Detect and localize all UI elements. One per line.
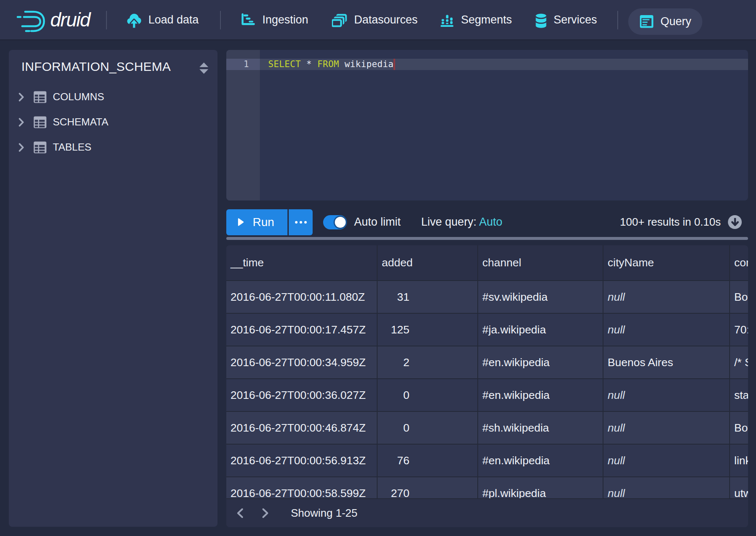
- cell-channel[interactable]: #en.wikipedia: [478, 346, 603, 379]
- nav-item-label: Services: [554, 13, 597, 26]
- query-console-icon: [640, 15, 653, 28]
- more-options-button[interactable]: [289, 209, 313, 235]
- cell-__time[interactable]: 2016-06-27T00:00:36.027Z: [226, 379, 378, 412]
- cell-cityName[interactable]: null: [603, 445, 730, 477]
- cell-__time[interactable]: 2016-06-27T00:00:17.457Z: [226, 314, 378, 346]
- nav-item-label: Query: [660, 15, 691, 28]
- cell-cityName[interactable]: null: [603, 314, 730, 346]
- cell-channel[interactable]: #ja.wikipedia: [478, 314, 603, 346]
- download-icon[interactable]: [728, 215, 742, 229]
- table-row: 2016-06-27T00:00:34.959Z2#en.wikipediaBu…: [226, 346, 748, 379]
- run-button[interactable]: Run: [226, 209, 287, 235]
- schema-sidebar: INFORMATION_SCHEMA COLUMNSSCHEMATATABLES: [9, 50, 217, 527]
- cell-added[interactable]: 2: [378, 346, 478, 379]
- schema-title: INFORMATION_SCHEMA: [21, 60, 171, 74]
- pagination-status: Showing 1-25: [291, 507, 357, 520]
- cell-comment[interactable]: stale links removed: [730, 379, 748, 412]
- query-editor[interactable]: 1 SELECT * FROM wikipedia: [226, 50, 748, 200]
- cell-cityName[interactable]: null: [603, 379, 730, 412]
- cell-added[interactable]: 76: [378, 445, 478, 477]
- cell-comment[interactable]: 70:44:163:11 moved page: [730, 314, 748, 346]
- tree-item-tables[interactable]: TABLES: [9, 135, 217, 160]
- auto-limit-toggle[interactable]: [323, 215, 347, 229]
- more-dot-icon: [295, 221, 298, 224]
- nav-item-segments[interactable]: Segments: [440, 0, 512, 39]
- code-token: *: [301, 59, 317, 69]
- results-body: 2016-06-27T00:00:11.080Z31#sv.wikipedian…: [226, 281, 748, 510]
- cell-channel[interactable]: #sv.wikipedia: [478, 281, 603, 314]
- column-header-comment[interactable]: comment: [730, 245, 748, 281]
- table-icon: [34, 116, 47, 128]
- nav-divider: [106, 11, 107, 29]
- cell-added[interactable]: 0: [378, 379, 478, 412]
- table-row: 2016-06-27T00:00:36.027Z0#en.wikipedianu…: [226, 379, 748, 412]
- prev-page-button[interactable]: [232, 505, 248, 521]
- double-caret-icon[interactable]: [199, 61, 209, 78]
- cell-__time[interactable]: 2016-06-27T00:00:34.959Z: [226, 346, 378, 379]
- nav-item-datasources[interactable]: Datasources: [332, 0, 418, 39]
- column-header-__time[interactable]: __time: [226, 245, 378, 281]
- play-icon: [238, 218, 244, 226]
- tree-item-label: TABLES: [53, 141, 91, 153]
- cell-added[interactable]: 125: [378, 314, 478, 346]
- next-page-button[interactable]: [257, 505, 273, 521]
- cell-__time[interactable]: 2016-06-27T00:00:56.913Z: [226, 445, 378, 477]
- panel-resize-handle[interactable]: [226, 237, 748, 240]
- database-icon: [536, 11, 546, 28]
- editor-code-line[interactable]: SELECT * FROM wikipedia: [268, 59, 394, 70]
- nav-item-query[interactable]: Query: [628, 8, 702, 35]
- brand-wordmark[interactable]: druid: [50, 0, 90, 39]
- gantt-chart-icon: [241, 11, 255, 28]
- schema-tree: COLUMNSSCHEMATATABLES: [9, 84, 217, 160]
- cell-channel[interactable]: #en.wikipedia: [478, 379, 603, 412]
- nav-item-label: Datasources: [354, 13, 418, 26]
- more-dot-icon: [300, 221, 302, 224]
- tree-item-label: SCHEMATA: [53, 116, 109, 128]
- live-query-value[interactable]: Auto: [479, 216, 502, 228]
- editor-cursor: [394, 59, 395, 70]
- column-header-channel[interactable]: channel: [478, 245, 603, 281]
- chevron-right-icon[interactable]: [18, 117, 24, 127]
- editor-line-number: 1: [226, 59, 260, 70]
- chevron-right-icon[interactable]: [18, 143, 24, 152]
- table-row: 2016-06-27T00:00:11.080Z31#sv.wikipedian…: [226, 281, 748, 314]
- cell-cityName[interactable]: null: [603, 412, 730, 445]
- druid-logo-icon[interactable]: [17, 0, 46, 39]
- cell-cityName[interactable]: Buenos Aires: [603, 346, 730, 379]
- toggle-knob: [335, 217, 346, 228]
- column-header-added[interactable]: added: [378, 245, 478, 281]
- results-panel: __timeaddedchannelcityNamecomment 2016-0…: [226, 245, 748, 527]
- cell-comment[interactable]: Bot: Fixar dubbla omdirigeringar: [730, 281, 748, 314]
- nav-item-ingestion[interactable]: Ingestion: [241, 0, 308, 39]
- tree-item-schemata[interactable]: SCHEMATA: [9, 109, 217, 135]
- nav-item-load-data[interactable]: Load data: [127, 0, 199, 39]
- nav-divider: [617, 11, 618, 29]
- cell-channel[interactable]: #sh.wikipedia: [478, 412, 603, 445]
- tree-item-columns[interactable]: COLUMNS: [9, 84, 217, 109]
- cell-channel[interactable]: #en.wikipedia: [478, 445, 603, 477]
- chevron-right-icon[interactable]: [18, 92, 24, 102]
- cell-__time[interactable]: 2016-06-27T00:00:46.874Z: [226, 412, 378, 445]
- live-query-label: Live query: Auto: [421, 216, 502, 229]
- nav-item-label: Segments: [461, 13, 512, 26]
- table-row: 2016-06-27T00:00:56.913Z76#en.wikipedian…: [226, 445, 748, 477]
- code-token: FROM: [317, 59, 339, 69]
- cloud-upload-icon: [127, 11, 141, 28]
- nav-divider: [220, 11, 221, 29]
- cell-comment[interactable]: links cleanup: [730, 445, 748, 477]
- nav-item-label: Load data: [148, 13, 199, 26]
- nav-item-services[interactable]: Services: [536, 0, 597, 39]
- table-icon: [34, 91, 47, 103]
- cell-added[interactable]: 0: [378, 412, 478, 445]
- nav-item-label: Ingestion: [262, 13, 308, 26]
- column-header-cityName[interactable]: cityName: [603, 245, 730, 281]
- code-token: wikipedia: [339, 59, 394, 69]
- cell-cityName[interactable]: null: [603, 281, 730, 314]
- cell-__time[interactable]: 2016-06-27T00:00:11.080Z: [226, 281, 378, 314]
- table-row: 2016-06-27T00:00:17.457Z125#ja.wikipedia…: [226, 314, 748, 346]
- cell-added[interactable]: 31: [378, 281, 478, 314]
- cell-comment[interactable]: Bot: Automatski ispravak: [730, 412, 748, 445]
- schema-title-row[interactable]: INFORMATION_SCHEMA: [21, 58, 209, 75]
- bar-chart-icon: [440, 11, 454, 28]
- cell-comment[interactable]: /* Sports */: [730, 346, 748, 379]
